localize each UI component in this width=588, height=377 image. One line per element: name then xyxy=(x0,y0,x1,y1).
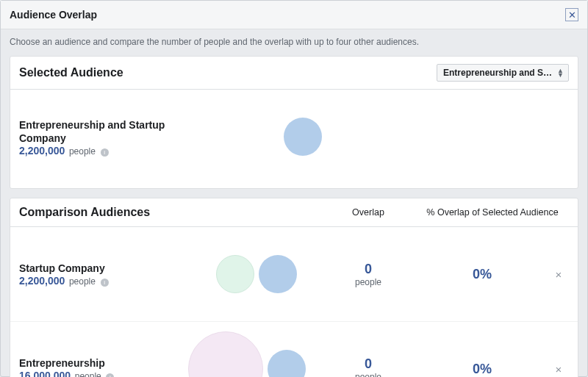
comparison-audience-count: 2,200,000 xyxy=(19,275,65,287)
modal-header: Audience Overlap ✕ xyxy=(1,1,587,29)
modal-close-button[interactable]: ✕ xyxy=(565,8,578,21)
remove-row-button[interactable]: × xyxy=(556,363,562,376)
comparison-audience-name: Startup Company xyxy=(19,262,166,275)
selected-venn xyxy=(188,104,335,170)
comparison-title: Comparison Audiences xyxy=(19,206,320,219)
info-icon[interactable]: i xyxy=(101,148,109,157)
people-label: people xyxy=(75,371,101,377)
people-label: people xyxy=(69,276,96,287)
comparison-row: Entrepreneurship 16,000,000 people i 0 p… xyxy=(10,322,578,377)
comparison-panel: Comparison Audiences Overlap % Overlap o… xyxy=(10,198,578,377)
sort-icon: ▲▼ xyxy=(557,68,564,77)
overlap-cell: 0 people xyxy=(320,356,416,378)
dropdown-label: Entrepreneurship and Startu… xyxy=(443,68,569,78)
comparison-venn xyxy=(166,237,320,311)
comparison-row: Startup Company 2,200,000 people i 0 peo… xyxy=(10,227,578,322)
comparison-circle-icon xyxy=(188,331,263,377)
overlap-count: 0 xyxy=(320,356,416,372)
remove-row-button[interactable]: × xyxy=(556,268,562,281)
selected-circle-icon xyxy=(259,255,297,293)
comparison-venn xyxy=(166,332,320,377)
modal-title: Audience Overlap xyxy=(10,9,97,21)
close-icon: ✕ xyxy=(568,10,576,21)
selected-panel-title: Selected Audience xyxy=(19,66,123,79)
percent-cell: 0% xyxy=(416,362,548,377)
selected-audience-name: Entrepreneurship and Startup Company xyxy=(19,118,188,145)
comparison-audience-count: 16,000,000 xyxy=(19,370,71,377)
selected-audience-info: Entrepreneurship and Startup Company 2,2… xyxy=(19,118,188,157)
percent-cell: 0% xyxy=(416,267,548,282)
comparison-audience-info: Startup Company 2,200,000 people i xyxy=(19,262,166,287)
selected-audience-dropdown[interactable]: Entrepreneurship and Startu… ▲▼ xyxy=(437,64,569,82)
info-icon[interactable]: i xyxy=(101,279,109,287)
remove-cell: × xyxy=(548,363,569,376)
selected-audience-count: 2,200,000 xyxy=(19,145,65,157)
selected-panel-header: Selected Audience Entrepreneurship and S… xyxy=(10,57,578,90)
overlap-people-label: people xyxy=(320,277,416,287)
comparison-audience-name: Entrepreneurship xyxy=(19,356,166,370)
overlap-percent: 0% xyxy=(416,362,548,377)
overlap-people-label: people xyxy=(320,372,416,378)
overlap-count: 0 xyxy=(320,262,416,277)
percent-column-header: % Overlap of Selected Audience xyxy=(416,207,569,218)
modal-subhead: Choose an audience and compare the numbe… xyxy=(1,29,587,56)
selected-circle-icon xyxy=(268,350,306,377)
people-label: people xyxy=(69,146,96,157)
comparison-circle-icon xyxy=(216,255,254,293)
audience-overlap-modal: Audience Overlap ✕ Choose an audience an… xyxy=(0,0,588,377)
selected-audience-row: Entrepreneurship and Startup Company 2,2… xyxy=(10,90,578,188)
comparison-header: Comparison Audiences Overlap % Overlap o… xyxy=(10,198,578,227)
overlap-percent: 0% xyxy=(416,267,548,282)
overlap-cell: 0 people xyxy=(320,262,416,287)
comparison-audience-info: Entrepreneurship 16,000,000 people i xyxy=(19,356,166,377)
overlap-column-header: Overlap xyxy=(320,207,416,218)
selected-audience-panel: Selected Audience Entrepreneurship and S… xyxy=(10,56,578,189)
remove-cell: × xyxy=(548,268,569,281)
selected-circle-icon xyxy=(284,118,322,156)
info-icon[interactable]: i xyxy=(106,373,114,377)
